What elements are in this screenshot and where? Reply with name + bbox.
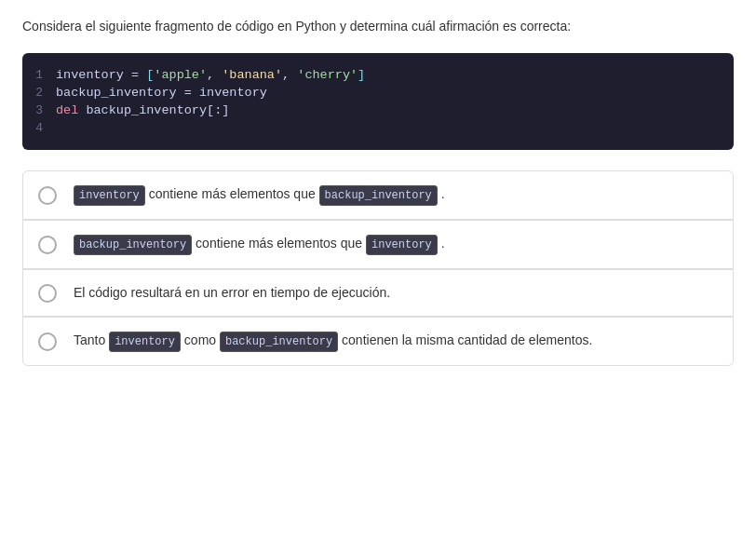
code-token: inventory	[56, 68, 124, 82]
line-number-4: 4	[22, 121, 56, 135]
radio-button-2[interactable]	[38, 236, 57, 254]
option-4-label: como	[184, 332, 220, 347]
line-number-2: 2	[22, 86, 56, 100]
line-content-4	[56, 121, 63, 135]
code-line-3: 3 del backup_inventory[:]	[22, 102, 734, 119]
code-line-2: 2 backup_inventory = inventory	[22, 84, 734, 102]
code-token: ]	[358, 68, 365, 82]
code-line-1: 1 inventory = ['apple', 'banana', 'cherr…	[22, 66, 734, 84]
option-1-text: inventory contiene más elementos que bac…	[74, 184, 445, 206]
code-tag-inventory-3: inventory	[109, 332, 181, 352]
option-2-suffix: .	[441, 236, 445, 251]
radio-button-4[interactable]	[38, 332, 57, 351]
line-content-1: inventory = ['apple', 'banana', 'cherry'…	[56, 68, 365, 82]
code-token: 'cherry'	[297, 68, 358, 82]
code-token: ,	[282, 68, 297, 82]
line-content-2: backup_inventory = inventory	[56, 86, 267, 100]
line-content-3: del backup_inventory[:]	[56, 103, 229, 117]
radio-button-3[interactable]	[38, 284, 57, 303]
radio-button-1[interactable]	[38, 186, 57, 205]
option-4[interactable]: Tanto inventory como backup_inventory co…	[22, 317, 734, 366]
code-token: =	[184, 86, 199, 100]
question-text: Considera el siguiente fragmento de códi…	[22, 17, 734, 36]
code-tag-backup-inventory-2: backup_inventory	[74, 235, 192, 255]
code-token: 'apple'	[154, 68, 207, 82]
code-token: ,	[207, 68, 222, 82]
code-token: backup_inventory[:]	[86, 103, 229, 117]
line-number-3: 3	[22, 103, 56, 117]
page-container: Considera el siguiente fragmento de códi…	[0, 0, 756, 383]
option-2[interactable]: backup_inventory contiene más elementos …	[22, 220, 734, 269]
code-token: =	[131, 68, 146, 82]
option-3[interactable]: El código resultará en un error en tiemp…	[22, 269, 734, 317]
option-2-text: backup_inventory contiene más elementos …	[74, 234, 445, 255]
code-tag-inventory: inventory	[74, 185, 145, 206]
code-token: inventory	[199, 86, 267, 100]
code-line-4: 4	[22, 119, 734, 137]
code-token: 'banana'	[222, 68, 282, 82]
code-token: del	[56, 103, 78, 117]
code-tag-inventory-2: inventory	[366, 235, 438, 255]
option-4-text: Tanto inventory como backup_inventory co…	[74, 331, 592, 352]
option-1-suffix: .	[441, 186, 445, 201]
option-1[interactable]: inventory contiene más elementos que bac…	[22, 170, 734, 220]
code-block: 1 inventory = ['apple', 'banana', 'cherr…	[22, 53, 734, 150]
line-number-1: 1	[22, 68, 56, 82]
option-1-label: contiene más elementos que	[149, 186, 319, 201]
options-container: inventory contiene más elementos que bac…	[22, 170, 734, 366]
code-token: backup_inventory	[56, 86, 177, 100]
code-tag-backup-inventory: backup_inventory	[319, 185, 438, 206]
option-4-prefix: Tanto	[74, 332, 109, 347]
code-tag-backup-inventory-3: backup_inventory	[220, 332, 338, 352]
option-2-label: contiene más elementos que	[196, 236, 366, 251]
option-3-text: El código resultará en un error en tiemp…	[74, 283, 390, 303]
option-4-suffix: contienen la misma cantidad de elementos…	[342, 332, 592, 347]
